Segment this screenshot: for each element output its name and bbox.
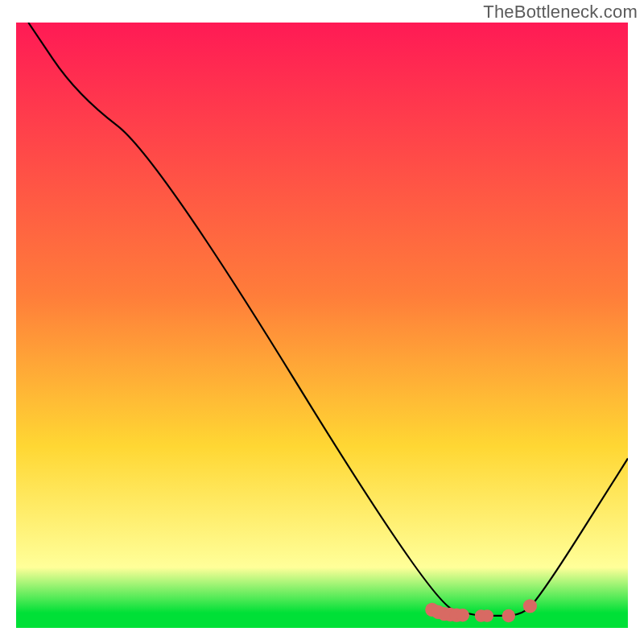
chart-stage: TheBottleneck.com (0, 0, 644, 644)
gradient-background (16, 23, 628, 628)
bottleneck-chart (0, 0, 644, 644)
watermark-text: TheBottleneck.com (483, 2, 638, 23)
dot-8 (481, 609, 493, 622)
dot-10 (523, 599, 537, 613)
dot-6 (456, 609, 469, 621)
dot-9 (502, 609, 515, 622)
